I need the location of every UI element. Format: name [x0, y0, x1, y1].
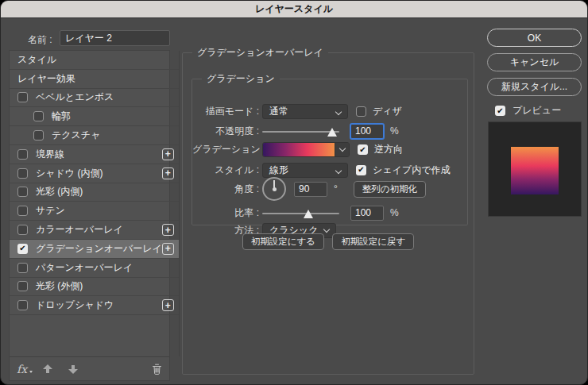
checkbox[interactable]	[17, 92, 28, 102]
sidebar-toolbar: fx	[10, 356, 169, 380]
styles-sidebar: スタイル レイヤー効果 ベベルとエンボス 輪郭 テクスチャ	[9, 50, 170, 381]
blend-mode-select[interactable]: 通常	[262, 104, 348, 119]
new-style-button[interactable]: 新規スタイル...	[487, 78, 582, 96]
sidebar-item-drop-shadow[interactable]: ドロップシャドウ +	[10, 296, 179, 315]
move-down-icon[interactable]	[68, 364, 78, 374]
chevron-down-icon	[338, 145, 345, 152]
scale-input[interactable]	[350, 206, 384, 221]
gradient-group: グラデーション 描画モード : 通常 ディザ 不透明度 : % グラデー	[191, 72, 468, 225]
name-label: 名前 :	[28, 33, 52, 47]
angle-row: 角度 : ° 整列の初期化	[192, 176, 461, 202]
sidebar-scrollbar[interactable]	[179, 51, 180, 356]
shape-checkbox[interactable]: ✔	[356, 165, 366, 175]
checkbox[interactable]	[17, 263, 28, 273]
style-select[interactable]: 線形	[262, 163, 348, 178]
preview-checkbox[interactable]: ✔	[495, 106, 505, 116]
angle-unit: °	[334, 183, 338, 194]
sidebar-item-satin[interactable]: サテン	[10, 202, 179, 221]
dither-label: ディザ	[373, 105, 402, 118]
sidebar-item-texture[interactable]: テクスチャ	[10, 126, 179, 145]
sidebar-item-color-overlay[interactable]: カラーオーバーレイ +	[10, 221, 179, 240]
checkbox[interactable]	[17, 168, 28, 179]
checkbox[interactable]	[17, 225, 28, 235]
fx-menu-icon[interactable]: fx	[17, 364, 27, 375]
make-default-button[interactable]: 初期設定にする	[242, 233, 324, 250]
defaults-buttons: 初期設定にする 初期設定に戻す	[183, 233, 474, 250]
angle-label: 角度 :	[192, 183, 259, 196]
sidebar-item-styles[interactable]: スタイル	[10, 51, 179, 70]
delete-effect-icon[interactable]	[152, 364, 162, 375]
opacity-unit: %	[390, 125, 399, 137]
scale-label: 比率 :	[192, 206, 259, 220]
sidebar-item-bevel-emboss[interactable]: ベベルとエンボス	[10, 89, 179, 108]
gradient-picker[interactable]	[262, 142, 350, 157]
chevron-down-icon	[335, 167, 342, 173]
opacity-slider[interactable]	[262, 125, 339, 137]
reverse-checkbox[interactable]: ✔	[358, 144, 368, 155]
checkbox-checked[interactable]: ✔	[17, 244, 28, 254]
sidebar-item-inner-glow[interactable]: 光彩 (内側)	[10, 183, 179, 202]
gradient-overlay-legend: グラデーションオーバーレイ	[192, 46, 328, 60]
cancel-button[interactable]: キャンセル	[487, 53, 582, 71]
scale-unit: %	[390, 207, 399, 218]
add-effect-icon[interactable]: +	[162, 167, 174, 179]
reset-default-button[interactable]: 初期設定に戻す	[332, 233, 414, 250]
preview-toggle: ✔ プレビュー	[495, 104, 561, 117]
opacity-row: 不透明度 : %	[192, 123, 461, 139]
shape-label: シェイプ内で作成	[373, 164, 450, 177]
layer-style-dialog: レイヤースタイル 名前 : OK キャンセル 新規スタイル... ✔ プレビュー…	[0, 0, 588, 385]
move-up-icon[interactable]	[43, 364, 52, 374]
sidebar-item-inner-shadow[interactable]: シャドウ (内側) +	[10, 164, 179, 183]
blend-mode-label: 描画モード :	[192, 105, 259, 118]
gradient-overlay-group: グラデーションオーバーレイ グラデーション 描画モード : 通常 ディザ 不透明…	[182, 46, 474, 375]
scale-slider-thumb[interactable]	[304, 210, 313, 218]
styles-list: スタイル レイヤー効果 ベベルとエンボス 輪郭 テクスチャ	[10, 51, 169, 356]
layer-name-input[interactable]	[60, 30, 170, 46]
ok-button[interactable]: OK	[487, 29, 582, 47]
reset-alignment-button[interactable]: 整列の初期化	[354, 181, 426, 198]
style-label: スタイル :	[192, 164, 259, 177]
gradient-preview-swatch	[511, 147, 559, 194]
opacity-slider-thumb[interactable]	[327, 128, 337, 137]
checkbox[interactable]	[17, 206, 28, 216]
gradient-swatch[interactable]	[263, 143, 335, 156]
add-effect-icon[interactable]: +	[162, 299, 174, 311]
style-row: スタイル : 線形 ✔ シェイプ内で作成	[192, 162, 461, 178]
gradient-dropdown-button[interactable]	[335, 143, 349, 156]
checkbox[interactable]	[17, 300, 28, 310]
opacity-input[interactable]	[350, 124, 384, 139]
gradient-label: グラデーション :	[192, 143, 259, 156]
angle-dial[interactable]	[262, 177, 286, 201]
preview-panel	[488, 121, 582, 217]
checkbox[interactable]	[33, 130, 44, 141]
add-effect-icon[interactable]: +	[162, 148, 174, 160]
gradient-row: グラデーション : ✔ 逆方向	[192, 141, 461, 158]
scale-slider[interactable]	[262, 207, 339, 219]
gradient-legend: グラデーション	[202, 72, 280, 86]
angle-input[interactable]	[294, 182, 327, 197]
sidebar-item-contour[interactable]: 輪郭	[10, 107, 179, 126]
blend-mode-row: 描画モード : 通常 ディザ	[192, 103, 461, 119]
sidebar-item-outer-glow[interactable]: 光彩 (外側)	[10, 278, 179, 297]
add-effect-icon[interactable]: +	[162, 243, 174, 255]
chevron-down-icon	[335, 108, 342, 114]
sidebar-item-layer-effects[interactable]: レイヤー効果	[10, 70, 179, 89]
preview-label: プレビュー	[513, 104, 561, 117]
checkbox[interactable]	[17, 187, 28, 197]
dialog-title: レイヤースタイル	[1, 1, 587, 18]
checkbox[interactable]	[17, 149, 28, 160]
scale-row: 比率 : %	[192, 205, 461, 221]
checkbox[interactable]	[17, 281, 28, 291]
sidebar-item-gradient-overlay[interactable]: ✔ グラデーションオーバーレイ +	[10, 240, 179, 259]
sidebar-item-stroke[interactable]: 境界線 +	[10, 145, 179, 164]
chevron-down-icon	[323, 226, 330, 233]
dither-checkbox[interactable]	[356, 106, 366, 117]
add-effect-icon[interactable]: +	[162, 224, 174, 236]
reverse-label: 逆方向	[374, 143, 403, 156]
checkbox[interactable]	[33, 111, 44, 121]
opacity-label: 不透明度 :	[192, 125, 259, 138]
sidebar-item-pattern-overlay[interactable]: パターンオーバーレイ	[10, 259, 179, 278]
